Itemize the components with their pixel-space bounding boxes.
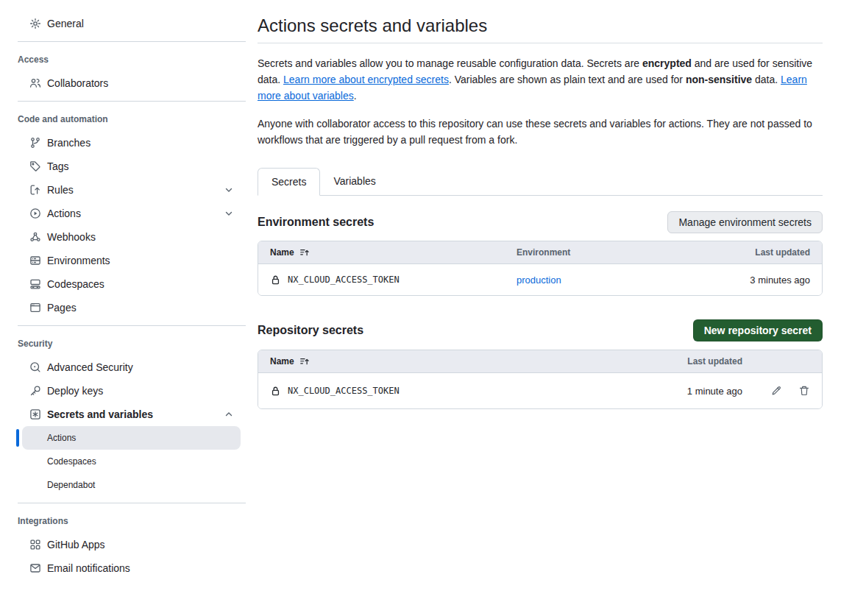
intro-text-segment: data. bbox=[752, 74, 781, 85]
settings-page: General Access Collaborators Code and au… bbox=[0, 0, 866, 580]
column-header-last-updated: Last updated bbox=[663, 247, 810, 258]
intro-text-segment: . bbox=[354, 90, 357, 102]
sidebar-item-collaborators[interactable]: Collaborators bbox=[0, 71, 246, 95]
sidebar-item-github-apps[interactable]: GitHub Apps bbox=[0, 533, 246, 556]
sidebar-subitem-codespaces[interactable]: Codespaces bbox=[22, 450, 241, 473]
rules-icon bbox=[29, 184, 41, 196]
manage-environment-secrets-button[interactable]: Manage environment secrets bbox=[667, 211, 823, 233]
sidebar-section-code-automation: Code and automation bbox=[0, 107, 246, 131]
tab-variables[interactable]: Variables bbox=[320, 167, 388, 195]
sidebar-item-label: GitHub Apps bbox=[47, 539, 105, 550]
sidebar-item-label: Webhooks bbox=[47, 231, 96, 243]
table-row: NX_CLOUD_ACCESS_TOKEN 1 minute ago bbox=[258, 373, 822, 408]
tag-icon bbox=[29, 160, 41, 172]
sidebar-item-label: Advanced Security bbox=[47, 361, 133, 373]
lock-icon bbox=[270, 275, 281, 286]
sidebar-divider bbox=[18, 101, 246, 102]
last-updated-value: 3 minutes ago bbox=[663, 275, 810, 286]
row-actions bbox=[754, 385, 810, 397]
sidebar-divider bbox=[18, 503, 246, 503]
gear-icon bbox=[29, 18, 41, 29]
secret-name-cell: NX_CLOUD_ACCESS_TOKEN bbox=[270, 275, 517, 286]
sidebar-item-label: Environments bbox=[47, 255, 110, 266]
asterisk-box-icon bbox=[29, 408, 41, 420]
chevron-down-icon[interactable] bbox=[224, 185, 234, 195]
sidebar-section-integrations: Integrations bbox=[0, 509, 246, 533]
codescan-icon bbox=[29, 361, 41, 373]
sidebar-item-environments[interactable]: Environments bbox=[0, 249, 246, 272]
sidebar-item-deploy-keys[interactable]: Deploy keys bbox=[0, 379, 246, 403]
sidebar-item-webhooks[interactable]: Webhooks bbox=[0, 225, 246, 249]
title-divider bbox=[258, 43, 823, 43]
intro-text: Secrets and variables allow you to manag… bbox=[258, 55, 823, 148]
secret-name: NX_CLOUD_ACCESS_TOKEN bbox=[288, 386, 400, 396]
intro-paragraph-2: Anyone with collaborator access to this … bbox=[258, 116, 823, 148]
column-header-environment: Environment bbox=[517, 247, 663, 258]
encrypted-secrets-link[interactable]: Learn more about encrypted secrets bbox=[283, 74, 449, 85]
sidebar-item-general[interactable]: General bbox=[0, 12, 246, 35]
play-icon bbox=[29, 208, 41, 219]
apps-icon bbox=[29, 539, 41, 550]
sidebar-subitem-label: Actions bbox=[47, 433, 76, 443]
column-header-label: Name bbox=[270, 356, 294, 367]
browser-icon bbox=[29, 302, 41, 314]
environment-secrets-header: Environment secrets Manage environment s… bbox=[258, 210, 823, 234]
secrets-variables-tabs: Secrets Variables bbox=[258, 167, 823, 196]
selected-accent-bar bbox=[16, 429, 19, 447]
sidebar-item-label: Branches bbox=[47, 137, 90, 149]
sidebar-item-label: Deploy keys bbox=[47, 385, 103, 397]
settings-sidebar: General Access Collaborators Code and au… bbox=[0, 0, 246, 580]
page-title: Actions secrets and variables bbox=[258, 15, 823, 37]
codespaces-icon bbox=[29, 278, 41, 290]
column-header-label: Name bbox=[270, 247, 294, 258]
environment-link[interactable]: production bbox=[517, 275, 663, 286]
new-repository-secret-button[interactable]: New repository secret bbox=[693, 319, 823, 341]
sidebar-item-secrets-and-variables[interactable]: Secrets and variables bbox=[0, 403, 246, 426]
sidebar-item-label: Tags bbox=[47, 160, 69, 172]
sort-ascending-icon bbox=[299, 247, 310, 258]
sidebar-item-branches[interactable]: Branches bbox=[0, 131, 246, 155]
intro-paragraph-1: Secrets and variables allow you to manag… bbox=[258, 55, 823, 104]
delete-secret-trash-icon[interactable] bbox=[798, 385, 810, 397]
server-icon bbox=[29, 255, 41, 266]
column-header-name[interactable]: Name bbox=[270, 356, 598, 367]
tab-secrets[interactable]: Secrets bbox=[258, 168, 320, 196]
chevron-down-icon[interactable] bbox=[224, 208, 234, 219]
sidebar-subitem-dependabot[interactable]: Dependabot bbox=[22, 473, 241, 497]
intro-text-segment: Secrets and variables allow you to manag… bbox=[258, 57, 642, 69]
sidebar-item-email-notifications[interactable]: Email notifications bbox=[0, 556, 246, 580]
chevron-up-icon[interactable] bbox=[224, 409, 234, 419]
repository-secrets-table-header: Name Last updated bbox=[258, 350, 822, 373]
sidebar-item-label: Codespaces bbox=[47, 278, 104, 290]
sidebar-item-actions[interactable]: Actions bbox=[0, 202, 246, 225]
sidebar-item-tags[interactable]: Tags bbox=[0, 155, 246, 178]
sidebar-item-pages[interactable]: Pages bbox=[0, 296, 246, 319]
table-row: NX_CLOUD_ACCESS_TOKEN production 3 minut… bbox=[258, 264, 822, 295]
secret-name-cell: NX_CLOUD_ACCESS_TOKEN bbox=[270, 386, 598, 397]
sidebar-item-label: Secrets and variables bbox=[47, 408, 153, 420]
sidebar-item-label: Email notifications bbox=[47, 562, 130, 574]
sidebar-section-access: Access bbox=[0, 48, 246, 71]
sidebar-divider bbox=[18, 41, 246, 42]
column-header-name[interactable]: Name bbox=[270, 247, 517, 258]
sidebar-divider bbox=[18, 325, 246, 326]
repository-secrets-heading: Repository secrets bbox=[258, 324, 363, 337]
sidebar-item-label: Collaborators bbox=[47, 77, 108, 89]
column-header-last-updated: Last updated bbox=[610, 356, 742, 367]
sidebar-item-codespaces[interactable]: Codespaces bbox=[0, 272, 246, 296]
sidebar-item-label: Rules bbox=[47, 184, 74, 196]
sidebar-section-security: Security bbox=[0, 332, 246, 355]
sidebar-subitem-actions[interactable]: Actions bbox=[22, 426, 241, 450]
sidebar-item-rules[interactable]: Rules bbox=[0, 178, 246, 202]
lock-icon bbox=[270, 386, 281, 397]
sidebar-item-advanced-security[interactable]: Advanced Security bbox=[0, 355, 246, 379]
intro-text-segment: . Variables are shown as plain text and … bbox=[449, 74, 686, 85]
last-updated-value: 1 minute ago bbox=[610, 386, 742, 397]
repository-secrets-table: Name Last updated NX_CLOUD_ACCESS_TOKEN … bbox=[258, 350, 823, 409]
people-icon bbox=[29, 77, 41, 89]
intro-bold-non-sensitive: non-sensitive bbox=[686, 74, 752, 85]
edit-secret-pencil-icon[interactable] bbox=[770, 385, 782, 397]
environment-secrets-heading: Environment secrets bbox=[258, 216, 374, 229]
sidebar-subitem-label: Codespaces bbox=[47, 456, 96, 467]
sidebar-item-label: General bbox=[47, 18, 84, 29]
